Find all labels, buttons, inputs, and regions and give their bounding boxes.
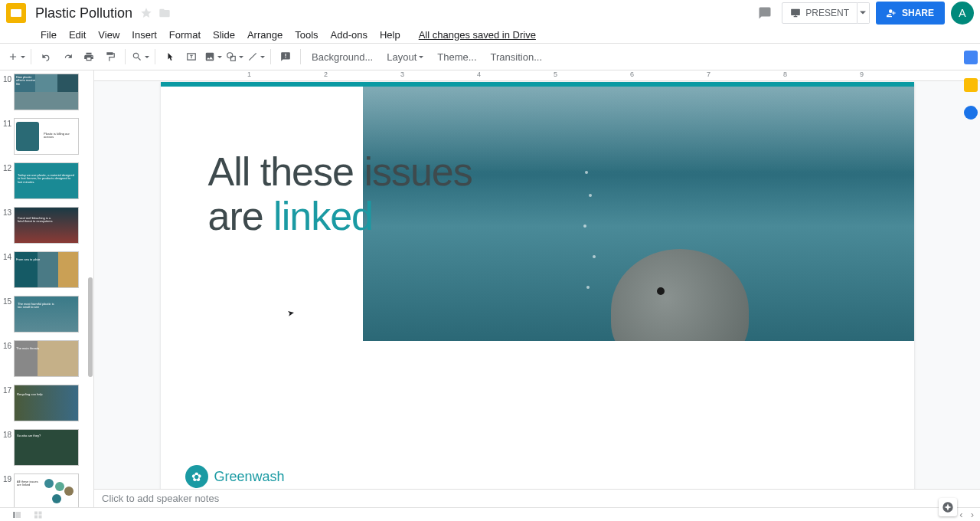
undo-button[interactable] bbox=[36, 47, 56, 67]
menu-edit[interactable]: Edit bbox=[64, 27, 91, 43]
menu-insert[interactable]: Insert bbox=[126, 27, 162, 43]
thumb-number: 19 bbox=[3, 473, 14, 483]
account-avatar[interactable]: A bbox=[951, 2, 974, 25]
thumb-number: 15 bbox=[3, 296, 14, 306]
slide-thumb-11[interactable]: Plastic is killing our oceans bbox=[14, 118, 79, 155]
slide-thumb-17[interactable]: Recycling can help bbox=[14, 385, 79, 421]
svg-rect-7 bbox=[39, 515, 42, 518]
slide-thumb-19[interactable]: All these issues are linked bbox=[14, 473, 79, 507]
menu-view[interactable]: View bbox=[93, 27, 125, 43]
thumb-number: 16 bbox=[3, 340, 14, 350]
share-button[interactable]: SHARE bbox=[876, 2, 945, 25]
grid-view-button[interactable] bbox=[28, 509, 49, 521]
keep-app-icon[interactable] bbox=[964, 78, 978, 92]
menu-bar: File Edit View Insert Format Slide Arran… bbox=[0, 26, 980, 43]
menu-addons[interactable]: Add-ons bbox=[325, 27, 373, 43]
slide-thumb-13[interactable]: Coral reef bleaching is a fatal threat t… bbox=[14, 207, 79, 244]
present-button[interactable]: PRESENT bbox=[782, 2, 858, 24]
thumb-number: 13 bbox=[3, 207, 14, 217]
svg-rect-5 bbox=[39, 511, 42, 514]
thumb-number: 12 bbox=[3, 162, 14, 172]
svg-rect-3 bbox=[16, 512, 21, 518]
slide-thumbnails-panel: 10 How plastic affects marine life 11 Pl… bbox=[0, 70, 94, 507]
menu-format[interactable]: Format bbox=[164, 27, 206, 43]
zoom-button[interactable] bbox=[130, 47, 150, 67]
slide-thumb-14[interactable]: From sea to plate bbox=[14, 251, 79, 288]
svg-rect-2 bbox=[13, 512, 15, 518]
slide-heading[interactable]: All these issues are linked bbox=[208, 149, 472, 238]
thumbnail-scrollbar[interactable] bbox=[88, 277, 93, 377]
save-status[interactable]: All changes saved in Drive bbox=[413, 27, 541, 43]
thumb-number: 18 bbox=[3, 429, 14, 439]
explore-button[interactable] bbox=[939, 498, 957, 516]
menu-file[interactable]: File bbox=[35, 27, 62, 43]
speaker-notes[interactable]: Click to add speaker notes bbox=[94, 489, 980, 507]
tasks-app-icon[interactable] bbox=[964, 106, 978, 120]
comment-tool[interactable] bbox=[276, 47, 296, 67]
select-tool[interactable] bbox=[160, 47, 180, 67]
layout-button[interactable]: Layout bbox=[381, 47, 430, 67]
filmstrip-view-button[interactable] bbox=[6, 509, 28, 521]
thumb-number: 17 bbox=[3, 385, 14, 395]
thumb-number: 10 bbox=[3, 74, 14, 84]
svg-rect-1 bbox=[230, 56, 235, 61]
menu-slide[interactable]: Slide bbox=[207, 27, 240, 43]
slide-thumb-15[interactable]: The most harmful plastic is too small to… bbox=[14, 296, 79, 333]
thumb-number: 14 bbox=[3, 251, 14, 261]
calendar-app-icon[interactable] bbox=[964, 51, 978, 64]
slide-thumb-10[interactable]: How plastic affects marine life bbox=[14, 74, 79, 110]
textbox-tool[interactable] bbox=[181, 47, 201, 67]
slide-thumb-18[interactable]: So who are they? bbox=[14, 429, 79, 466]
chevron-right-icon[interactable]: › bbox=[971, 509, 974, 520]
shape-tool[interactable] bbox=[224, 47, 244, 67]
svg-rect-4 bbox=[34, 511, 38, 514]
menu-help[interactable]: Help bbox=[374, 27, 406, 43]
menu-tools[interactable]: Tools bbox=[289, 27, 323, 43]
theme-button[interactable]: Theme... bbox=[431, 47, 482, 67]
slides-logo[interactable] bbox=[6, 3, 26, 23]
slide-thumb-16[interactable]: The main threats bbox=[14, 340, 79, 377]
thumb-number: 11 bbox=[3, 118, 14, 128]
paint-format-button[interactable] bbox=[100, 47, 120, 67]
toolbar: Background... Layout Theme... Transition… bbox=[0, 43, 980, 70]
logo-mark-icon: ✿ bbox=[185, 465, 208, 488]
chevron-left-icon[interactable]: ‹ bbox=[959, 509, 962, 520]
print-button[interactable] bbox=[79, 47, 99, 67]
slide-editor: 123456789 All these issues are linked ➤ bbox=[94, 70, 980, 507]
new-slide-button[interactable] bbox=[6, 47, 26, 67]
horizontal-ruler[interactable]: 123456789 bbox=[94, 70, 980, 81]
comment-history-icon[interactable] bbox=[754, 2, 776, 24]
svg-point-0 bbox=[227, 53, 232, 58]
background-button[interactable]: Background... bbox=[305, 47, 379, 67]
slide-thumb-12[interactable]: Today we use plastic, a material designe… bbox=[14, 162, 79, 199]
logo-text: Greenwash bbox=[214, 469, 285, 485]
slide-logo: ✿ Greenwash bbox=[185, 465, 285, 488]
menu-arrange[interactable]: Arrange bbox=[242, 27, 288, 43]
slide-canvas[interactable]: All these issues are linked ➤ ✿ Greenwas… bbox=[161, 82, 914, 489]
move-folder-icon[interactable] bbox=[158, 7, 171, 19]
line-tool[interactable] bbox=[246, 47, 266, 67]
image-tool[interactable] bbox=[203, 47, 223, 67]
svg-rect-6 bbox=[34, 515, 38, 518]
bottom-bar: ‹ › bbox=[0, 507, 980, 521]
transition-button[interactable]: Transition... bbox=[485, 47, 548, 67]
redo-button[interactable] bbox=[57, 47, 77, 67]
star-icon[interactable] bbox=[140, 7, 152, 19]
present-dropdown[interactable] bbox=[858, 2, 870, 24]
document-title[interactable]: Plastic Pollution bbox=[35, 5, 132, 21]
mouse-cursor-icon: ➤ bbox=[286, 307, 294, 318]
side-panel bbox=[962, 43, 980, 165]
